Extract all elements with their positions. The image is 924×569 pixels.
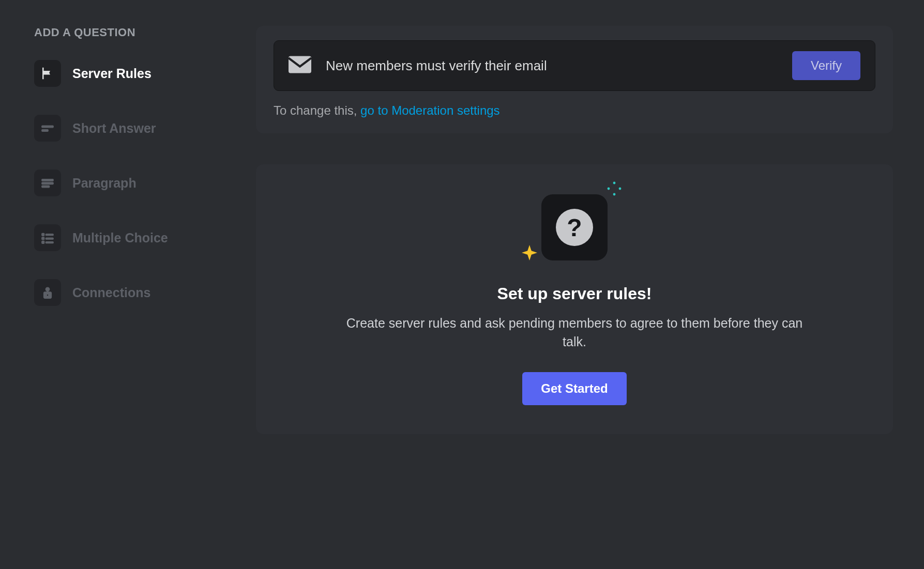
svg-point-19 bbox=[613, 193, 616, 196]
verify-hint-prefix: To change this, bbox=[274, 103, 360, 117]
verify-button[interactable]: Verify bbox=[792, 51, 860, 80]
svg-rect-2 bbox=[42, 179, 54, 181]
setup-title: Set up server rules! bbox=[274, 284, 875, 303]
verify-row: New members must verify their email Veri… bbox=[274, 40, 875, 91]
svg-rect-6 bbox=[46, 234, 53, 236]
setup-card: ? Set up server rules! Create server rul… bbox=[256, 164, 893, 434]
svg-rect-13 bbox=[47, 290, 49, 293]
svg-point-17 bbox=[608, 188, 610, 190]
mail-icon bbox=[289, 56, 311, 75]
svg-rect-9 bbox=[42, 241, 44, 243]
svg-rect-5 bbox=[42, 233, 44, 236]
sidebar-item-paragraph[interactable]: Paragraph bbox=[31, 165, 235, 201]
paragraph-icon bbox=[34, 170, 61, 196]
multiple-choice-icon bbox=[34, 224, 61, 251]
svg-rect-15 bbox=[289, 56, 311, 73]
question-mark-icon: ? bbox=[556, 209, 593, 246]
sidebar-item-label: Paragraph bbox=[72, 176, 137, 191]
sidebar-item-multiple-choice[interactable]: Multiple Choice bbox=[31, 220, 235, 255]
illustration: ? bbox=[541, 194, 608, 260]
sidebar: ADD A QUESTION Server Rules Short Answer… bbox=[31, 26, 235, 543]
svg-point-16 bbox=[613, 182, 616, 184]
flag-icon bbox=[34, 60, 61, 87]
sidebar-item-label: Short Answer bbox=[72, 121, 156, 136]
sidebar-item-label: Multiple Choice bbox=[72, 230, 168, 245]
sidebar-item-connections[interactable]: Connections bbox=[31, 275, 235, 310]
sidebar-item-server-rules[interactable]: Server Rules bbox=[31, 56, 235, 91]
svg-rect-3 bbox=[42, 182, 54, 184]
svg-rect-4 bbox=[42, 186, 50, 188]
verify-message: New members must verify their email bbox=[326, 58, 778, 74]
svg-rect-8 bbox=[46, 238, 53, 239]
svg-rect-1 bbox=[42, 130, 49, 132]
sidebar-item-label: Server Rules bbox=[72, 66, 152, 81]
verify-hint: To change this, go to Moderation setting… bbox=[274, 103, 875, 118]
svg-rect-10 bbox=[46, 242, 53, 243]
svg-rect-0 bbox=[42, 126, 54, 128]
connections-icon bbox=[34, 279, 61, 306]
question-box-icon: ? bbox=[541, 194, 608, 260]
sidebar-item-label: Connections bbox=[72, 285, 150, 300]
setup-description: Create server rules and ask pending memb… bbox=[342, 314, 807, 351]
sidebar-item-short-answer[interactable]: Short Answer bbox=[31, 111, 235, 146]
moderation-settings-link[interactable]: go to Moderation settings bbox=[360, 103, 500, 117]
short-answer-icon bbox=[34, 115, 61, 142]
svg-rect-7 bbox=[42, 237, 44, 240]
sparkle-dots-icon bbox=[607, 181, 622, 198]
get-started-button[interactable]: Get Started bbox=[522, 372, 626, 405]
svg-point-14 bbox=[47, 294, 49, 296]
svg-point-18 bbox=[619, 188, 622, 190]
sparkle-star-icon bbox=[522, 245, 537, 263]
main-content: New members must verify their email Veri… bbox=[246, 26, 893, 543]
sidebar-title: ADD A QUESTION bbox=[31, 26, 235, 39]
verify-card: New members must verify their email Veri… bbox=[256, 26, 893, 133]
